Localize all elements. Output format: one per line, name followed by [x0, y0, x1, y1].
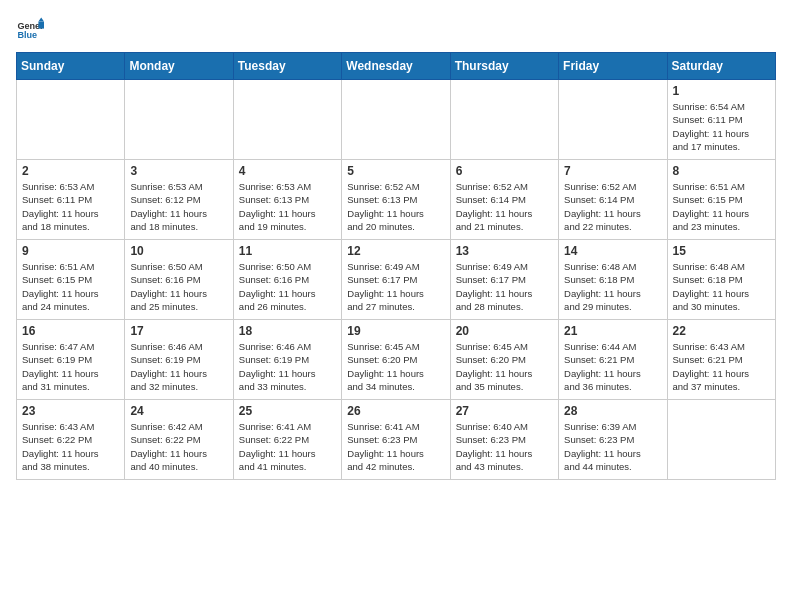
logo-icon: General Blue	[16, 16, 44, 44]
calendar-cell: 21Sunrise: 6:44 AM Sunset: 6:21 PM Dayli…	[559, 320, 667, 400]
logo: General Blue	[16, 16, 48, 44]
day-info: Sunrise: 6:50 AM Sunset: 6:16 PM Dayligh…	[239, 260, 336, 313]
day-info: Sunrise: 6:45 AM Sunset: 6:20 PM Dayligh…	[456, 340, 553, 393]
calendar-cell: 3Sunrise: 6:53 AM Sunset: 6:12 PM Daylig…	[125, 160, 233, 240]
day-info: Sunrise: 6:52 AM Sunset: 6:13 PM Dayligh…	[347, 180, 444, 233]
day-info: Sunrise: 6:49 AM Sunset: 6:17 PM Dayligh…	[347, 260, 444, 313]
day-info: Sunrise: 6:53 AM Sunset: 6:13 PM Dayligh…	[239, 180, 336, 233]
calendar-cell	[233, 80, 341, 160]
calendar-cell	[17, 80, 125, 160]
day-info: Sunrise: 6:46 AM Sunset: 6:19 PM Dayligh…	[130, 340, 227, 393]
day-info: Sunrise: 6:42 AM Sunset: 6:22 PM Dayligh…	[130, 420, 227, 473]
day-number: 2	[22, 164, 119, 178]
calendar-cell: 18Sunrise: 6:46 AM Sunset: 6:19 PM Dayli…	[233, 320, 341, 400]
day-number: 18	[239, 324, 336, 338]
calendar-week-row: 2Sunrise: 6:53 AM Sunset: 6:11 PM Daylig…	[17, 160, 776, 240]
day-number: 12	[347, 244, 444, 258]
day-number: 26	[347, 404, 444, 418]
calendar-cell: 8Sunrise: 6:51 AM Sunset: 6:15 PM Daylig…	[667, 160, 775, 240]
column-header-tuesday: Tuesday	[233, 53, 341, 80]
column-header-sunday: Sunday	[17, 53, 125, 80]
day-number: 25	[239, 404, 336, 418]
day-info: Sunrise: 6:48 AM Sunset: 6:18 PM Dayligh…	[564, 260, 661, 313]
calendar-cell: 2Sunrise: 6:53 AM Sunset: 6:11 PM Daylig…	[17, 160, 125, 240]
day-number: 5	[347, 164, 444, 178]
calendar-cell: 20Sunrise: 6:45 AM Sunset: 6:20 PM Dayli…	[450, 320, 558, 400]
page-header: General Blue	[16, 16, 776, 44]
day-info: Sunrise: 6:39 AM Sunset: 6:23 PM Dayligh…	[564, 420, 661, 473]
day-info: Sunrise: 6:48 AM Sunset: 6:18 PM Dayligh…	[673, 260, 770, 313]
calendar-week-row: 16Sunrise: 6:47 AM Sunset: 6:19 PM Dayli…	[17, 320, 776, 400]
day-info: Sunrise: 6:49 AM Sunset: 6:17 PM Dayligh…	[456, 260, 553, 313]
day-number: 13	[456, 244, 553, 258]
day-info: Sunrise: 6:41 AM Sunset: 6:22 PM Dayligh…	[239, 420, 336, 473]
day-number: 23	[22, 404, 119, 418]
day-number: 8	[673, 164, 770, 178]
column-header-friday: Friday	[559, 53, 667, 80]
day-number: 27	[456, 404, 553, 418]
day-info: Sunrise: 6:52 AM Sunset: 6:14 PM Dayligh…	[564, 180, 661, 233]
calendar-cell: 24Sunrise: 6:42 AM Sunset: 6:22 PM Dayli…	[125, 400, 233, 480]
calendar-cell: 5Sunrise: 6:52 AM Sunset: 6:13 PM Daylig…	[342, 160, 450, 240]
calendar-cell: 22Sunrise: 6:43 AM Sunset: 6:21 PM Dayli…	[667, 320, 775, 400]
calendar-cell: 12Sunrise: 6:49 AM Sunset: 6:17 PM Dayli…	[342, 240, 450, 320]
calendar-cell: 10Sunrise: 6:50 AM Sunset: 6:16 PM Dayli…	[125, 240, 233, 320]
calendar-cell: 17Sunrise: 6:46 AM Sunset: 6:19 PM Dayli…	[125, 320, 233, 400]
day-number: 17	[130, 324, 227, 338]
day-info: Sunrise: 6:43 AM Sunset: 6:22 PM Dayligh…	[22, 420, 119, 473]
day-number: 4	[239, 164, 336, 178]
day-info: Sunrise: 6:50 AM Sunset: 6:16 PM Dayligh…	[130, 260, 227, 313]
day-number: 6	[456, 164, 553, 178]
calendar-cell: 7Sunrise: 6:52 AM Sunset: 6:14 PM Daylig…	[559, 160, 667, 240]
day-info: Sunrise: 6:41 AM Sunset: 6:23 PM Dayligh…	[347, 420, 444, 473]
calendar-cell	[450, 80, 558, 160]
calendar-cell: 9Sunrise: 6:51 AM Sunset: 6:15 PM Daylig…	[17, 240, 125, 320]
column-header-wednesday: Wednesday	[342, 53, 450, 80]
column-header-monday: Monday	[125, 53, 233, 80]
calendar-cell: 19Sunrise: 6:45 AM Sunset: 6:20 PM Dayli…	[342, 320, 450, 400]
calendar-week-row: 9Sunrise: 6:51 AM Sunset: 6:15 PM Daylig…	[17, 240, 776, 320]
day-info: Sunrise: 6:54 AM Sunset: 6:11 PM Dayligh…	[673, 100, 770, 153]
calendar-cell: 27Sunrise: 6:40 AM Sunset: 6:23 PM Dayli…	[450, 400, 558, 480]
calendar-cell: 6Sunrise: 6:52 AM Sunset: 6:14 PM Daylig…	[450, 160, 558, 240]
day-info: Sunrise: 6:52 AM Sunset: 6:14 PM Dayligh…	[456, 180, 553, 233]
day-number: 15	[673, 244, 770, 258]
day-info: Sunrise: 6:45 AM Sunset: 6:20 PM Dayligh…	[347, 340, 444, 393]
calendar-cell	[667, 400, 775, 480]
svg-marker-3	[38, 17, 44, 21]
calendar-cell: 15Sunrise: 6:48 AM Sunset: 6:18 PM Dayli…	[667, 240, 775, 320]
calendar-cell	[559, 80, 667, 160]
day-info: Sunrise: 6:51 AM Sunset: 6:15 PM Dayligh…	[673, 180, 770, 233]
calendar-cell: 1Sunrise: 6:54 AM Sunset: 6:11 PM Daylig…	[667, 80, 775, 160]
day-number: 10	[130, 244, 227, 258]
day-number: 21	[564, 324, 661, 338]
calendar-cell	[125, 80, 233, 160]
day-info: Sunrise: 6:44 AM Sunset: 6:21 PM Dayligh…	[564, 340, 661, 393]
day-number: 28	[564, 404, 661, 418]
day-number: 22	[673, 324, 770, 338]
day-number: 9	[22, 244, 119, 258]
day-info: Sunrise: 6:53 AM Sunset: 6:12 PM Dayligh…	[130, 180, 227, 233]
day-number: 1	[673, 84, 770, 98]
calendar-table: SundayMondayTuesdayWednesdayThursdayFrid…	[16, 52, 776, 480]
calendar-week-row: 23Sunrise: 6:43 AM Sunset: 6:22 PM Dayli…	[17, 400, 776, 480]
day-number: 16	[22, 324, 119, 338]
calendar-cell: 4Sunrise: 6:53 AM Sunset: 6:13 PM Daylig…	[233, 160, 341, 240]
calendar-cell: 25Sunrise: 6:41 AM Sunset: 6:22 PM Dayli…	[233, 400, 341, 480]
day-number: 20	[456, 324, 553, 338]
svg-marker-2	[38, 22, 44, 29]
calendar-week-row: 1Sunrise: 6:54 AM Sunset: 6:11 PM Daylig…	[17, 80, 776, 160]
day-info: Sunrise: 6:40 AM Sunset: 6:23 PM Dayligh…	[456, 420, 553, 473]
calendar-header-row: SundayMondayTuesdayWednesdayThursdayFrid…	[17, 53, 776, 80]
day-number: 11	[239, 244, 336, 258]
day-info: Sunrise: 6:46 AM Sunset: 6:19 PM Dayligh…	[239, 340, 336, 393]
calendar-cell: 11Sunrise: 6:50 AM Sunset: 6:16 PM Dayli…	[233, 240, 341, 320]
day-info: Sunrise: 6:53 AM Sunset: 6:11 PM Dayligh…	[22, 180, 119, 233]
day-info: Sunrise: 6:43 AM Sunset: 6:21 PM Dayligh…	[673, 340, 770, 393]
day-info: Sunrise: 6:51 AM Sunset: 6:15 PM Dayligh…	[22, 260, 119, 313]
day-number: 24	[130, 404, 227, 418]
day-number: 7	[564, 164, 661, 178]
column-header-saturday: Saturday	[667, 53, 775, 80]
column-header-thursday: Thursday	[450, 53, 558, 80]
day-number: 19	[347, 324, 444, 338]
